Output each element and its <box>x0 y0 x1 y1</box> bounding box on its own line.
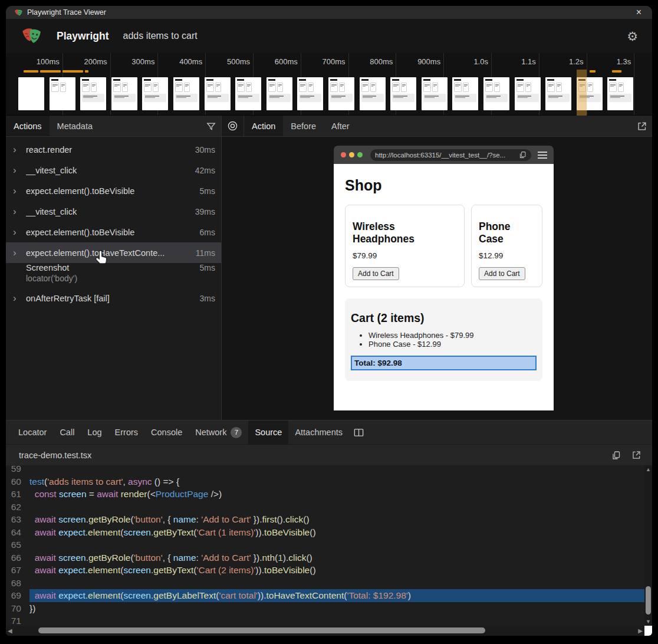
film-strip-thumbnail[interactable] <box>297 77 323 110</box>
tab-label: Source <box>255 428 282 437</box>
pick-locator-icon[interactable] <box>222 116 244 136</box>
snapshot-panel: Action Before After <box>222 116 652 420</box>
film-strip-thumbnail[interactable] <box>390 77 416 110</box>
film-strip-thumbnail[interactable] <box>267 77 292 110</box>
code-line: 69 await expect.element(screen.getByLabe… <box>6 589 644 602</box>
action-duration: 5ms <box>200 186 215 196</box>
film-strip-thumbnail[interactable] <box>607 77 633 110</box>
action-row[interactable]: ›__vitest_click39ms <box>6 201 221 222</box>
action-row[interactable]: ›expect.element().toHaveTextConte...11ms <box>6 242 221 263</box>
tab-errors[interactable]: Errors <box>108 420 144 444</box>
tab-log[interactable]: Log <box>81 420 108 444</box>
tab-actions[interactable]: Actions <box>6 116 50 136</box>
expand-chevron-icon[interactable]: › <box>13 249 26 257</box>
code-line: 68 <box>6 577 644 590</box>
film-strip[interactable] <box>6 77 652 110</box>
line-number: 60 <box>6 475 29 488</box>
cart-total-highlight: Total: $92.98 <box>351 356 537 370</box>
copy-source-icon[interactable] <box>606 451 626 460</box>
network-count-badge: 7 <box>231 427 242 438</box>
action-row[interactable]: ›expect.element().toBeVisible5ms <box>6 180 221 201</box>
tab-before[interactable]: Before <box>283 116 324 136</box>
tab-locator[interactable]: Locator <box>12 420 53 444</box>
tab-action[interactable]: Action <box>244 116 283 136</box>
bottom-panel: LocatorCallLogErrorsConsoleNetwork7Sourc… <box>6 420 652 636</box>
film-strip-thumbnail[interactable] <box>205 77 231 110</box>
action-row[interactable]: ›__vitest_click42ms <box>6 160 221 180</box>
film-strip-thumbnail[interactable] <box>452 77 478 110</box>
tab-console[interactable]: Console <box>144 420 189 444</box>
code-line: 63 await screen.getByRole('button', { na… <box>6 513 644 526</box>
add-to-cart-button[interactable]: Add to Cart <box>479 267 525 280</box>
timeline-action-bar <box>62 70 83 73</box>
action-row[interactable]: ›onAfterRetryTask [fail]3ms <box>6 288 221 308</box>
film-strip-thumbnail[interactable] <box>173 77 199 110</box>
tab-call[interactable]: Call <box>53 420 81 444</box>
expand-chevron-icon[interactable]: › <box>13 228 26 236</box>
add-to-cart-button[interactable]: Add to Cart <box>353 267 399 280</box>
vertical-scroll-thumb[interactable] <box>646 586 651 615</box>
film-strip-thumbnail[interactable] <box>515 77 541 110</box>
action-label: react.render <box>26 145 190 155</box>
film-strip-thumbnail[interactable] <box>142 77 168 110</box>
tab-metadata[interactable]: Metadata <box>50 116 100 136</box>
tab-label: Locator <box>18 428 47 437</box>
cart-title: Cart (2 items) <box>351 311 537 325</box>
action-row[interactable]: Screenshot5mslocator('body') <box>6 263 221 288</box>
snapshot-tabbar: Action Before After <box>222 116 652 137</box>
split-view-icon[interactable] <box>349 420 369 444</box>
action-label: expect.element().toBeVisible <box>26 228 195 237</box>
action-duration: 11ms <box>196 248 215 258</box>
product-name: Wireless Headphones <box>353 221 457 245</box>
film-strip-thumbnail[interactable] <box>360 77 386 110</box>
app-header: Playwright adds items to cart ⚙ <box>6 19 652 53</box>
timeline-action-bar <box>590 70 596 73</box>
tab-source[interactable]: Source <box>248 420 288 444</box>
line-number: 69 <box>6 589 29 602</box>
open-source-external-icon[interactable] <box>626 450 646 460</box>
film-strip-thumbnail[interactable] <box>50 77 75 110</box>
playwright-logo <box>21 25 42 47</box>
tab-after[interactable]: After <box>324 116 357 136</box>
expand-chevron-icon[interactable]: › <box>13 294 26 303</box>
action-duration: 30ms <box>195 145 215 155</box>
product-price: $12.99 <box>479 251 535 260</box>
copy-url-icon[interactable] <box>519 151 527 159</box>
action-subtitle: locator('body') <box>13 272 215 288</box>
film-strip-thumbnail[interactable] <box>111 77 137 110</box>
action-label: expect.element().toBeVisible <box>26 186 195 196</box>
trace-viewer-window: Playwright Trace Viewer × Playwright add… <box>6 6 652 636</box>
expand-chevron-icon[interactable]: › <box>13 187 26 195</box>
tab-label: Errors <box>115 428 138 437</box>
vertical-scrollbar[interactable]: ▲ ▼ <box>644 465 652 626</box>
film-strip-thumbnail[interactable] <box>483 77 509 110</box>
settings-gear-icon[interactable]: ⚙ <box>624 29 640 44</box>
timeline[interactable]: 100ms200ms300ms400ms500ms600ms700ms800ms… <box>6 53 652 116</box>
close-button[interactable]: × <box>631 8 646 17</box>
expand-chevron-icon[interactable]: › <box>13 208 26 216</box>
filter-icon[interactable] <box>201 116 221 136</box>
horizontal-scroll-thumb[interactable] <box>38 627 485 633</box>
tab-network[interactable]: Network7 <box>189 420 248 444</box>
film-strip-thumbnail[interactable] <box>545 77 571 110</box>
film-strip-thumbnail[interactable] <box>422 77 448 110</box>
cart-item: Phone Case - $12.99 <box>369 340 537 349</box>
code-line: 59 <box>6 465 644 475</box>
expand-chevron-icon[interactable]: › <box>13 146 26 154</box>
code-line: 64 await expect.element(screen.getByText… <box>6 526 644 539</box>
title-bar: Playwright Trace Viewer × <box>6 6 652 19</box>
expand-chevron-icon[interactable]: › <box>13 166 26 175</box>
horizontal-scrollbar[interactable]: ◀ ▶ <box>6 626 644 636</box>
film-strip-thumbnail[interactable] <box>80 77 106 110</box>
open-external-icon[interactable] <box>632 116 652 136</box>
snapshot-preview: http://localhost:63315/__vitest_test__/?… <box>222 137 652 420</box>
film-strip-thumbnail[interactable] <box>235 77 261 110</box>
snapshot-url: http://localhost:63315/__vitest_test__/?… <box>375 152 519 159</box>
tab-attachments[interactable]: Attachments <box>288 420 349 444</box>
film-strip-thumbnail[interactable] <box>328 77 354 110</box>
test-title: adds items to cart <box>123 31 625 41</box>
action-row[interactable]: ›expect.element().toBeVisible6ms <box>6 222 221 242</box>
tab-label: Network <box>195 428 226 437</box>
action-row[interactable]: ›react.render30ms <box>6 139 221 160</box>
film-strip-thumbnail[interactable] <box>18 77 44 110</box>
